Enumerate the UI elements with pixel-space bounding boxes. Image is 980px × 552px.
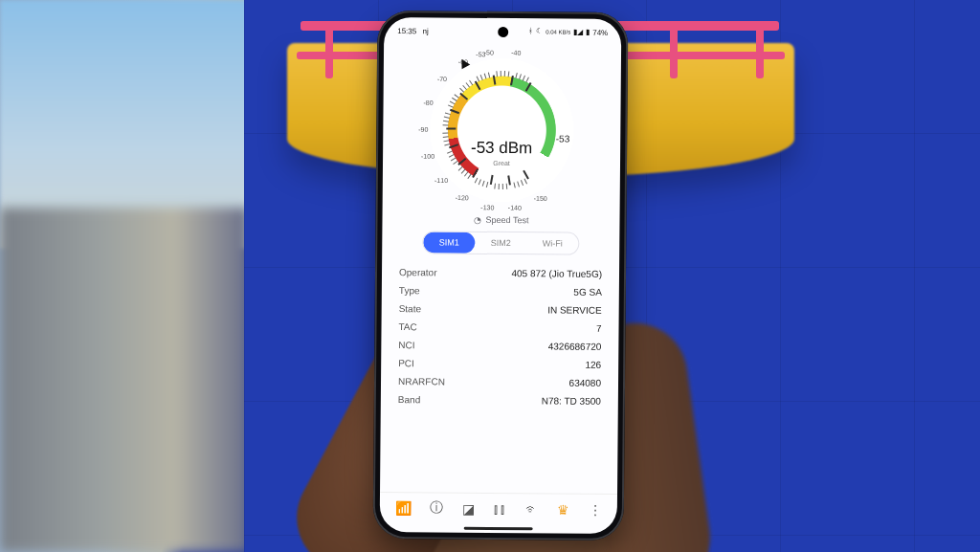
background-rail-post — [325, 21, 333, 78]
status-time: 15:35 — [397, 27, 416, 35]
nav-signal-icon[interactable]: 📶 — [395, 500, 412, 516]
detail-value: 5G SA — [573, 287, 602, 298]
bottom-nav: 📶 ⓘ ◪ ⫿⫿ ᯤ ♛ ⋮ — [380, 492, 617, 534]
data-rate-label: 0.04 KB/s — [546, 29, 570, 34]
gauge-tick-label: -100 — [421, 153, 434, 160]
detail-row: TAC7 — [398, 318, 601, 338]
punch-hole-camera — [498, 27, 508, 37]
detail-key: PCI — [398, 358, 414, 368]
status-carrier: nj — [422, 27, 428, 35]
nav-compass-icon[interactable]: ◪ — [462, 500, 475, 516]
bluetooth-icon: ᚼ — [528, 28, 533, 35]
gauge-center: -53 dBm Great — [471, 139, 533, 167]
detail-key: TAC — [398, 321, 416, 332]
gauge-tick-label: -150 — [534, 195, 547, 202]
status-left: 15:35 nj — [397, 27, 429, 35]
detail-row: NCI4326686720 — [398, 336, 601, 356]
gauge-ticks: -150-140-130-120-110-100-90-80-70-60-53-… — [430, 57, 574, 202]
gauge-pointer-value: -53 — [556, 133, 570, 144]
detail-key: State — [399, 303, 421, 314]
detail-key: Type — [399, 285, 420, 296]
background-rail-post — [670, 21, 678, 78]
nav-cell-tower-icon[interactable]: ⓘ — [430, 499, 443, 517]
gauge-tick-label: -70 — [437, 76, 447, 82]
gauge-tick-label: -120 — [456, 194, 469, 201]
detail-value: 7 — [596, 323, 602, 334]
background-rail-post — [756, 21, 764, 78]
gauge-tick-label: -50 — [484, 50, 494, 56]
gauge-dial: -150-140-130-120-110-100-90-80-70-60-53-… — [430, 57, 574, 202]
detail-value: IN SERVICE — [547, 304, 602, 315]
tab-wifi[interactable]: Wi-Fi — [526, 232, 578, 254]
gauge-value: -53 dBm — [471, 139, 532, 159]
detail-value: 4326686720 — [548, 341, 602, 351]
network-details: Operator405 872 (Jio True5G)Type5G SASta… — [381, 261, 619, 410]
battery-icon: ▮ — [586, 29, 590, 36]
detail-key: Band — [398, 394, 420, 405]
detail-value: 634080 — [569, 378, 601, 388]
photo-scene: 15:35 nj ᚼ ☾ 0.04 KB/s ▮◢ ▮ 74% -150-140… — [0, 0, 980, 552]
cellular-signal-icon: ▮◢ — [573, 29, 583, 36]
tab-sim2[interactable]: SIM2 — [475, 232, 526, 254]
detail-row: NRARFCN634080 — [398, 372, 601, 392]
gauge-tick-label: -130 — [480, 204, 494, 210]
nav-crown-icon[interactable]: ♛ — [557, 501, 569, 517]
gauge-tick-label: -140 — [508, 204, 522, 210]
gauge-tick-label: -40 — [511, 50, 521, 56]
detail-key: Operator — [399, 267, 437, 277]
phone-frame: 15:35 nj ᚼ ☾ 0.04 KB/s ▮◢ ▮ 74% -150-140… — [373, 11, 629, 541]
detail-row: Type5G SA — [399, 281, 602, 301]
gauge-tick-label: -80 — [423, 99, 433, 106]
detail-key: NCI — [398, 340, 414, 350]
home-indicator[interactable] — [464, 527, 533, 531]
gauge-quality: Great — [471, 160, 532, 167]
detail-row: StateIN SERVICE — [399, 299, 602, 320]
detail-row: BandN78: TD 3500 — [398, 390, 601, 410]
detail-value: N78: TD 3500 — [542, 395, 601, 407]
detail-row: PCI126 — [398, 354, 601, 374]
nav-more-icon[interactable]: ⋮ — [589, 501, 602, 517]
phone-screen: 15:35 nj ᚼ ☾ 0.04 KB/s ▮◢ ▮ 74% -150-140… — [380, 17, 622, 534]
signal-gauge: -150-140-130-120-110-100-90-80-70-60-53-… — [383, 42, 622, 218]
sim-tabs: SIM1 SIM2 Wi-Fi — [422, 231, 579, 254]
detail-value: 405 872 (Jio True5G) — [511, 268, 602, 279]
background-buildings — [0, 208, 249, 552]
nav-map-icon[interactable]: ⫿⫿ — [493, 500, 506, 516]
detail-key: NRARFCN — [398, 376, 445, 386]
battery-percent: 74% — [592, 28, 608, 36]
gauge-tick-label: -110 — [434, 177, 448, 184]
gauge-tick-label: -90 — [418, 126, 428, 133]
detail-value: 126 — [585, 360, 601, 370]
dnd-moon-icon: ☾ — [536, 28, 543, 35]
tab-sim1[interactable]: SIM1 — [423, 232, 475, 253]
status-right: ᚼ ☾ 0.04 KB/s ▮◢ ▮ 74% — [528, 28, 608, 37]
nav-wifi-icon[interactable]: ᯤ — [525, 501, 539, 517]
detail-row: Operator405 872 (Jio True5G) — [399, 263, 602, 283]
